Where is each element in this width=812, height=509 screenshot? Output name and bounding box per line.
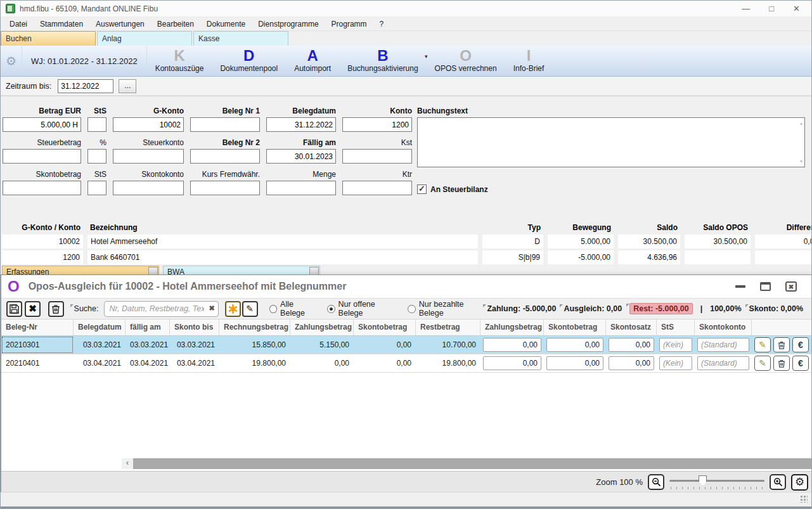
- buchungsaktivierung-button[interactable]: B Buchungsaktivierung ▾: [339, 46, 426, 76]
- kst-input[interactable]: [342, 149, 412, 164]
- fiscal-year-display[interactable]: WJ: 01.01.2022 - 31.12.2022: [22, 46, 147, 76]
- row1-delete-button[interactable]: [773, 337, 790, 352]
- menu-dienstprogramme[interactable]: Dienstprogramme: [252, 18, 325, 30]
- delete-button[interactable]: [48, 301, 64, 317]
- radio-alle-belege[interactable]: Alle Belege: [269, 300, 318, 318]
- row2-edit-pencil-button[interactable]: ✎: [754, 356, 771, 371]
- col-restbetrag[interactable]: Restbetrag: [416, 319, 480, 335]
- scroll-up-icon[interactable]: ▴: [800, 120, 802, 126]
- col-rechnungsbetrag[interactable]: Rechnungsbetrag: [219, 319, 290, 335]
- col-beleg-nr[interactable]: Beleg-Nr: [1, 319, 74, 335]
- col-zahlungsbetrag-input[interactable]: Zahlungsbetrag: [480, 319, 544, 335]
- row1-skontosatz-input[interactable]: [609, 338, 654, 352]
- menu-bearbeiten[interactable]: Bearbeiten: [151, 18, 200, 30]
- faellig-input[interactable]: [266, 149, 336, 164]
- menu-datei[interactable]: Datei: [3, 18, 34, 30]
- konto-input[interactable]: [342, 117, 412, 132]
- col-skontosatz[interactable]: Skontosatz: [606, 319, 657, 335]
- beleg1-input[interactable]: [190, 117, 260, 132]
- row1-euro-button[interactable]: €: [792, 337, 809, 352]
- col-zahlungsbetrag[interactable]: Zahlungsbetrag: [290, 319, 354, 335]
- zoom-slider[interactable]: [669, 475, 764, 489]
- dialog-minimize-button[interactable]: [735, 285, 745, 288]
- tab-kasse[interactable]: Kasse: [193, 31, 288, 46]
- row1-zahlungsbetrag-input[interactable]: [483, 338, 541, 352]
- beleg2-input[interactable]: [190, 149, 260, 164]
- steuerbilanz-checkbox[interactable]: [417, 184, 427, 194]
- menu-programm[interactable]: Programm: [325, 18, 373, 30]
- col-skonto-bis[interactable]: Skonto bis: [170, 319, 219, 335]
- opos-verrechnen-button[interactable]: O OPOS verrechnen: [427, 46, 505, 76]
- skontokonto-input[interactable]: [113, 181, 184, 195]
- row2-skontobetrag-input[interactable]: [546, 356, 603, 370]
- settings-gear-icon[interactable]: ⚙: [1, 46, 22, 76]
- acct-row2-bezeichnung[interactable]: Bank 6460701: [87, 250, 478, 264]
- menu-help[interactable]: ?: [373, 18, 390, 30]
- minimize-button[interactable]: —: [742, 4, 750, 14]
- row2-skontokonto-input[interactable]: [697, 356, 749, 370]
- belegdatum-input[interactable]: [266, 117, 336, 132]
- tab-buchen[interactable]: Buchen: [1, 31, 96, 46]
- row1-edit-pencil-button[interactable]: ✎: [754, 337, 771, 352]
- search-input[interactable]: [104, 301, 219, 317]
- cancel-button[interactable]: ✖: [25, 301, 41, 317]
- prozent-input[interactable]: [87, 149, 106, 164]
- betrag-input[interactable]: [3, 117, 81, 132]
- acct-row2-konto[interactable]: 1200: [2, 250, 83, 264]
- row2-sts-input[interactable]: [659, 356, 692, 370]
- col-sts[interactable]: StS: [657, 319, 695, 335]
- info-brief-button[interactable]: I Info-Brief: [505, 46, 553, 76]
- row1-skontobetrag-input[interactable]: [546, 338, 603, 352]
- dokumentenpool-button[interactable]: D Dokumentenpool: [212, 46, 286, 76]
- steuerkonto-input[interactable]: [113, 149, 184, 164]
- table-row[interactable]: 20210301 03.03.2021 03.03.2021 03.03.202…: [1, 336, 812, 354]
- scroll-left-button[interactable]: ‹: [122, 458, 133, 469]
- edit-pencil-button[interactable]: ✎: [242, 301, 258, 317]
- sts3-input[interactable]: [87, 181, 106, 195]
- radio-nur-bezahlte-belege[interactable]: Nur bezahlte Belege: [408, 300, 487, 318]
- row2-skontosatz-input[interactable]: [609, 356, 654, 370]
- zeitraum-input[interactable]: [58, 79, 113, 93]
- scrollbar-thumb[interactable]: [133, 458, 812, 469]
- autoimport-button[interactable]: A Autoimport: [286, 46, 339, 76]
- table-row[interactable]: 20210401 03.04.2021 03.04.2021 03.04.202…: [1, 354, 812, 373]
- zoom-slider-thumb[interactable]: [699, 475, 707, 486]
- table-settings-gear-button[interactable]: ⚙: [791, 474, 808, 491]
- zoom-out-button[interactable]: [648, 474, 664, 490]
- skontobetrag-input[interactable]: [3, 181, 81, 195]
- col-skontobetrag[interactable]: Skontobetrag: [354, 319, 416, 335]
- date-browse-button[interactable]: ...: [119, 79, 136, 93]
- asterisk-button[interactable]: [225, 301, 241, 317]
- dialog-close-button[interactable]: ✖: [785, 281, 797, 292]
- zoom-in-button[interactable]: [770, 474, 786, 490]
- acct-row1-konto[interactable]: 10002: [2, 235, 83, 248]
- close-button[interactable]: ✕: [793, 4, 800, 14]
- kontoauszuege-button[interactable]: K Kontoauszüge: [147, 46, 212, 76]
- menu-dokumente[interactable]: Dokumente: [200, 18, 252, 30]
- ktr-input[interactable]: [342, 181, 412, 195]
- acct-row1-bezeichnung[interactable]: Hotel Ammerseehof: [87, 235, 478, 248]
- gkonto-input[interactable]: [113, 117, 184, 132]
- clear-search-icon[interactable]: ✖: [209, 304, 214, 312]
- kurs-input[interactable]: [190, 181, 260, 195]
- radio-nur-offene-belege[interactable]: Nur offene Belege: [327, 300, 399, 318]
- steuerbetrag-input[interactable]: [3, 149, 81, 164]
- row2-delete-button[interactable]: [773, 356, 790, 371]
- maximize-button[interactable]: □: [769, 4, 774, 14]
- sts1-input[interactable]: [87, 117, 106, 132]
- col-belegdatum[interactable]: Belegdatum: [74, 319, 126, 335]
- col-skontokonto[interactable]: Skontokonto: [695, 319, 752, 335]
- col-faellig-am[interactable]: fällig am: [126, 319, 170, 335]
- resize-grip[interactable]: [800, 495, 808, 503]
- scroll-down-icon[interactable]: ▾: [800, 158, 802, 164]
- tab-anlag[interactable]: Anlag: [97, 31, 192, 46]
- buchungstext-textarea[interactable]: ▴ ▾: [417, 117, 805, 167]
- row1-skontokonto-input[interactable]: [697, 338, 749, 352]
- row2-zahlungsbetrag-input[interactable]: [483, 356, 541, 370]
- menu-auswertungen[interactable]: Auswertungen: [89, 18, 151, 30]
- row1-sts-input[interactable]: [659, 338, 692, 352]
- row2-euro-button[interactable]: €: [792, 356, 809, 371]
- save-button[interactable]: [6, 301, 22, 317]
- col-skontobetrag-input[interactable]: Skontobetrag: [544, 319, 606, 335]
- menge-input[interactable]: [266, 181, 336, 195]
